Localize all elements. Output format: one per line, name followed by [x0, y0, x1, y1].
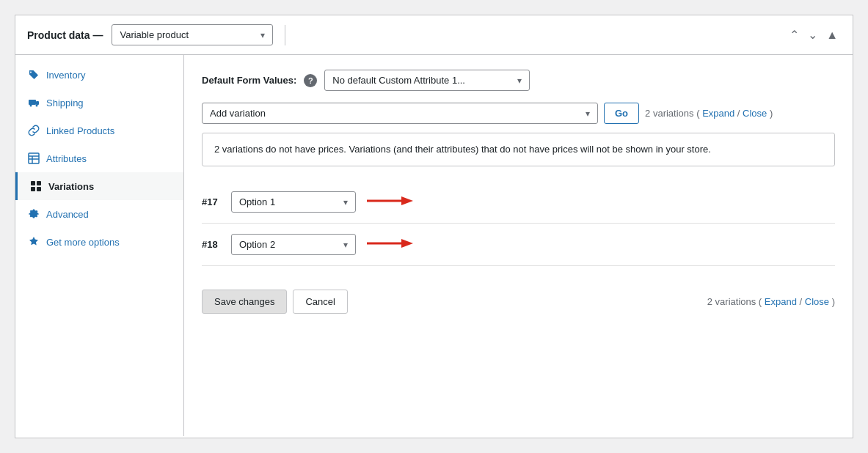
svg-rect-8 [31, 181, 35, 185]
sidebar-item-linked-products-label: Linked Products [46, 125, 114, 136]
close-link-header[interactable]: Close [743, 108, 767, 119]
go-button[interactable]: Go [604, 103, 639, 124]
add-variation-chevron [586, 108, 590, 119]
product-type-chevron [260, 29, 265, 40]
expand-link-footer[interactable]: Expand [765, 296, 797, 307]
add-variation-value: Add variation [210, 108, 266, 119]
default-form-values-row: Default Form Values: ? No default Custom… [202, 70, 835, 91]
collapse-down-button[interactable]: ⌄ [805, 26, 820, 43]
sidebar-item-variations[interactable]: Variations [15, 172, 183, 200]
sidebar-item-attributes-label: Attributes [46, 153, 87, 164]
expand-button[interactable]: ▲ [823, 27, 841, 43]
add-variation-select[interactable]: Add variation [202, 103, 598, 124]
panel-header: Product data — Variable product ⌃ ⌄ ▲ [15, 15, 853, 55]
variation-18-value: Option 2 [239, 239, 275, 250]
variation-17-chevron [343, 196, 348, 207]
expand-link-header[interactable]: Expand [702, 108, 734, 119]
save-changes-button[interactable]: Save changes [202, 290, 287, 314]
link-icon [27, 124, 40, 137]
variation-17-value: Option 1 [239, 196, 275, 207]
red-arrow-18 [363, 235, 415, 254]
svg-point-3 [36, 105, 38, 107]
product-type-select[interactable]: Variable product [112, 24, 273, 45]
notice-text: 2 variations do not have prices. Variati… [214, 144, 711, 155]
variation-17-select[interactable]: Option 1 [231, 191, 356, 213]
default-attr-value: No default Custom Attribute 1... [332, 75, 465, 86]
sidebar-item-get-more-options-label: Get more options [46, 237, 120, 248]
sidebar-item-inventory-label: Inventory [46, 70, 85, 81]
svg-rect-9 [37, 181, 41, 185]
variation-17-id: #17 [202, 196, 224, 207]
collapse-up-button[interactable]: ⌃ [787, 26, 802, 43]
sidebar-item-advanced[interactable]: Advanced [15, 200, 183, 228]
variation-item-18: #18 Option 2 [202, 224, 835, 266]
gear-icon [27, 207, 40, 221]
variation-18-id: #18 [202, 239, 224, 250]
svg-rect-1 [36, 101, 39, 105]
table-icon [27, 152, 40, 165]
star-icon [27, 235, 40, 248]
footer-row: Save changes Cancel 2 variations ( Expan… [202, 284, 835, 314]
sidebar-item-inventory[interactable]: Inventory [15, 61, 183, 89]
panel-title: Product data — [27, 29, 103, 41]
footer-buttons: Save changes Cancel [202, 290, 348, 314]
default-form-label: Default Form Values: [202, 75, 296, 86]
truck-icon [27, 96, 40, 109]
svg-rect-4 [29, 153, 39, 163]
red-arrow-17 [363, 192, 415, 212]
svg-rect-0 [29, 100, 36, 105]
sidebar-item-linked-products[interactable]: Linked Products [15, 117, 183, 144]
grid-icon [29, 180, 43, 193]
main-content: Default Form Values: ? No default Custom… [184, 55, 853, 436]
cancel-button[interactable]: Cancel [293, 290, 347, 314]
sidebar: Inventory Shipping Linked Products Attri… [15, 55, 184, 436]
svg-rect-11 [37, 187, 41, 191]
product-type-value: Variable product [120, 29, 189, 40]
sidebar-item-shipping[interactable]: Shipping [15, 89, 183, 117]
variation-item-17: #17 Option 1 [202, 181, 835, 224]
sidebar-item-shipping-label: Shipping [46, 97, 84, 108]
tag-icon [27, 68, 40, 81]
svg-marker-15 [401, 239, 413, 248]
svg-marker-13 [401, 196, 413, 205]
help-icon[interactable]: ? [304, 74, 317, 87]
default-attr-chevron [517, 75, 522, 86]
add-variation-row: Add variation Go 2 variations ( Expand /… [202, 103, 835, 124]
default-attr-select[interactable]: No default Custom Attribute 1... [324, 70, 530, 91]
variation-18-select[interactable]: Option 2 [231, 234, 356, 255]
sidebar-item-attributes[interactable]: Attributes [15, 144, 183, 172]
header-divider [285, 25, 285, 45]
svg-point-2 [30, 105, 32, 107]
panel-header-actions: ⌃ ⌄ ▲ [787, 26, 841, 43]
product-data-panel: Product data — Variable product ⌃ ⌄ ▲ In… [15, 15, 853, 438]
panel-body: Inventory Shipping Linked Products Attri… [15, 55, 853, 436]
svg-rect-10 [31, 187, 35, 191]
sidebar-item-variations-label: Variations [48, 181, 94, 192]
variations-count-header: 2 variations ( Expand / Close ) [645, 108, 773, 119]
close-link-footer[interactable]: Close [805, 296, 829, 307]
sidebar-item-advanced-label: Advanced [46, 209, 89, 220]
variations-count-footer: 2 variations ( Expand / Close ) [707, 296, 835, 307]
variation-18-chevron [343, 239, 348, 250]
notice-box: 2 variations do not have prices. Variati… [202, 133, 835, 166]
sidebar-item-get-more-options[interactable]: Get more options [15, 228, 183, 256]
